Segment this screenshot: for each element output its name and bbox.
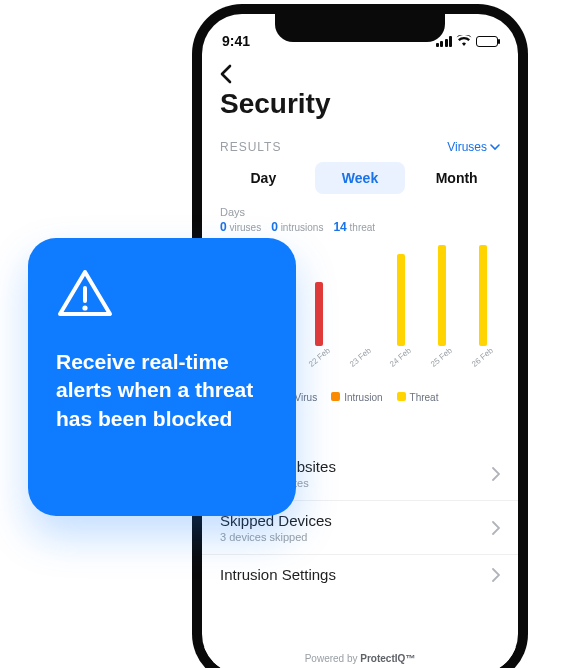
stats-range-label: Days xyxy=(202,194,518,220)
chart-bar xyxy=(479,245,487,346)
footer-prefix: Powered by xyxy=(305,653,361,664)
chart-bar xyxy=(397,254,405,346)
chart-x-label: 23 Feb xyxy=(348,346,374,370)
alert-feature-message: Receive real-time alerts when a threat h… xyxy=(56,348,268,433)
chart-column: 23 Feb xyxy=(343,346,378,372)
stat-intrusion-count: 0 xyxy=(271,220,278,234)
legend-intrusion: Intrusion xyxy=(331,392,382,403)
chevron-right-icon xyxy=(492,568,500,582)
chart-bar xyxy=(438,245,446,346)
powered-by-footer: Powered by ProtectIQ™ xyxy=(202,647,518,668)
list-item-title: Intrusion Settings xyxy=(220,566,336,583)
svg-point-1 xyxy=(82,305,87,310)
stat-virus-unit: viruses xyxy=(229,222,261,233)
chart-x-label: 25 Feb xyxy=(429,346,455,370)
stat-intrusion-unit: intrusions xyxy=(281,222,324,233)
chart-column: 26 Feb xyxy=(465,245,500,372)
phone-notch xyxy=(275,14,445,42)
stat-threat-unit: threat xyxy=(350,222,376,233)
chevron-right-icon xyxy=(492,521,500,535)
results-header: RESULTS Viruses xyxy=(202,130,518,162)
alert-feature-card: Receive real-time alerts when a threat h… xyxy=(28,238,296,516)
legend-intrusion-swatch xyxy=(331,392,340,401)
chevron-down-icon xyxy=(490,142,500,152)
stats-summary: 0 viruses 0 intrusions 14 threat xyxy=(202,220,518,240)
list-item[interactable]: Intrusion Settings xyxy=(202,554,518,594)
chart-column: 25 Feb xyxy=(424,245,459,372)
results-filter-dropdown[interactable]: Viruses xyxy=(447,140,500,154)
chart-bar xyxy=(315,282,323,346)
status-indicators xyxy=(436,35,499,47)
footer-brand: ProtectIQ™ xyxy=(360,653,415,664)
chevron-right-icon xyxy=(492,467,500,481)
chart-x-label: 26 Feb xyxy=(470,346,496,370)
chart-column: 22 Feb xyxy=(302,282,337,372)
tab-month[interactable]: Month xyxy=(411,162,502,194)
back-button[interactable] xyxy=(202,56,518,86)
chart-column: 24 Feb xyxy=(383,254,418,372)
stat-virus-count: 0 xyxy=(220,220,227,234)
tab-week[interactable]: Week xyxy=(315,162,406,194)
alert-triangle-icon xyxy=(56,268,268,324)
status-time: 9:41 xyxy=(222,33,250,49)
page-title: Security xyxy=(202,86,518,130)
wifi-icon xyxy=(456,35,472,47)
results-label: RESULTS xyxy=(220,140,281,154)
results-filter-value: Viruses xyxy=(447,140,487,154)
stat-threat-count: 14 xyxy=(333,220,346,234)
list-item-subtitle: 3 devices skipped xyxy=(220,531,332,543)
legend-threat: Threat xyxy=(397,392,439,403)
legend-threat-swatch xyxy=(397,392,406,401)
chart-x-label: 22 Feb xyxy=(307,346,333,370)
tab-day[interactable]: Day xyxy=(218,162,309,194)
chart-x-label: 24 Feb xyxy=(388,346,414,370)
battery-icon xyxy=(476,36,498,47)
time-range-tabs: Day Week Month xyxy=(202,162,518,194)
